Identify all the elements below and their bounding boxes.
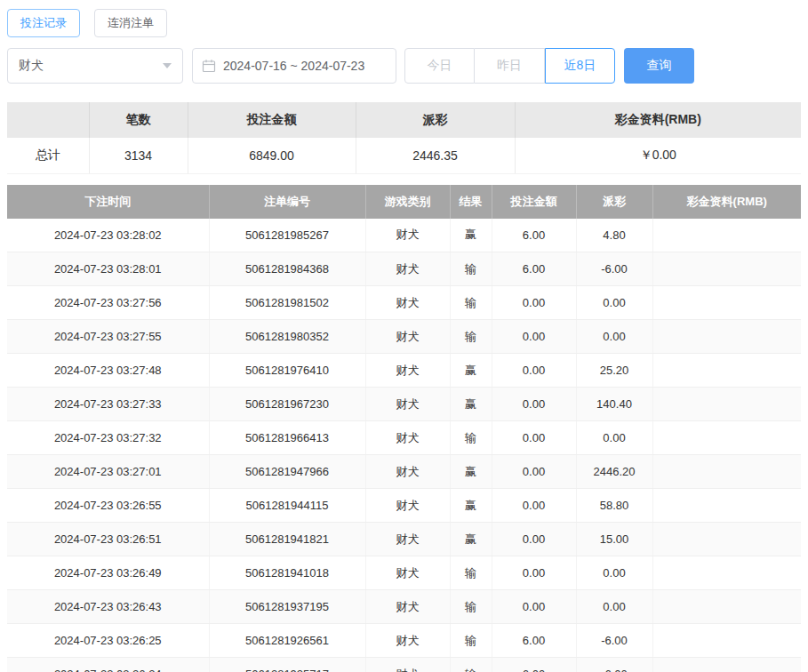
bonus-cell (652, 252, 801, 286)
payout-cell: 2446.20 (576, 455, 652, 489)
bet-time-cell: 2024-07-23 03:26:24 (7, 658, 209, 672)
table-row: 2024-07-23 03:27:33 5061281967230 财犬 赢 0… (7, 388, 801, 421)
bet-amount-link[interactable]: 6.00 (492, 219, 576, 252)
order-number-cell: 5061281925717 (209, 658, 365, 672)
game-type-cell: 财犬 (365, 252, 450, 286)
order-number-cell: 5061281985267 (209, 219, 365, 252)
game-select[interactable]: 财犬 (7, 48, 183, 84)
summary-header-count: 笔数 (89, 102, 188, 138)
bet-time-cell: 2024-07-23 03:28:02 (7, 219, 209, 252)
header-order-number: 注单编号 (209, 185, 365, 219)
game-type-cell: 财犬 (365, 286, 450, 320)
summary-table: 笔数 投注金额 派彩 彩金资料(RMB) 总计 3134 6849.00 244… (7, 102, 801, 174)
game-type-cell: 财犬 (365, 455, 450, 489)
tab-cancelled-orders[interactable]: 连消注单 (94, 9, 167, 37)
table-row: 2024-07-23 03:26:25 5061281926561 财犬 输 6… (7, 624, 801, 658)
bet-time-cell: 2024-07-23 03:27:55 (7, 320, 209, 354)
result-cell: 赢 (450, 388, 492, 421)
payout-cell: 4.80 (576, 219, 652, 252)
bet-amount-link[interactable]: 0.00 (492, 421, 576, 455)
bonus-cell (652, 320, 801, 354)
result-cell: 输 (450, 590, 492, 624)
date-range-picker[interactable]: 2024-07-16 ~ 2024-07-23 (192, 48, 396, 84)
calendar-icon (202, 59, 216, 73)
bet-amount-link[interactable]: 6.00 (492, 658, 576, 672)
bet-time-cell: 2024-07-23 03:26:25 (7, 624, 209, 658)
summary-total-count: 3134 (89, 138, 188, 173)
order-number-cell: 5061281966413 (209, 421, 365, 455)
bet-amount-link[interactable]: 6.00 (492, 252, 576, 286)
summary-header-payout: 派彩 (356, 102, 515, 138)
payout-cell: 0.00 (576, 320, 652, 354)
bet-time-cell: 2024-07-23 03:26:51 (7, 523, 209, 556)
bonus-cell (652, 556, 801, 590)
bonus-cell (652, 388, 801, 421)
game-type-cell: 财犬 (365, 590, 450, 624)
table-row: 2024-07-23 03:27:56 5061281981502 财犬 输 0… (7, 286, 801, 320)
summary-total-label: 总计 (7, 138, 89, 173)
table-row: 2024-07-23 03:28:01 5061281984368 财犬 输 6… (7, 252, 801, 286)
tab-betting-records[interactable]: 投注记录 (7, 9, 80, 37)
bonus-cell (652, 624, 801, 658)
bet-amount-link[interactable]: 0.00 (492, 320, 576, 354)
bonus-cell (652, 590, 801, 624)
chevron-down-icon (163, 63, 172, 68)
today-button[interactable]: 今日 (404, 48, 475, 84)
order-number-cell: 5061281981502 (209, 286, 365, 320)
payout-cell: 0.00 (576, 590, 652, 624)
table-row: 2024-07-23 03:26:49 5061281941018 财犬 输 0… (7, 556, 801, 590)
table-row: 2024-07-23 03:26:43 5061281937195 财犬 输 0… (7, 590, 801, 624)
bet-amount-link[interactable]: 0.00 (492, 455, 576, 489)
payout-cell: -6.00 (576, 252, 652, 286)
bet-amount-link[interactable]: 0.00 (492, 388, 576, 421)
bonus-cell (652, 658, 801, 672)
bet-amount-link[interactable]: 0.00 (492, 590, 576, 624)
summary-header-bet: 投注金额 (188, 102, 356, 138)
last-8-days-button[interactable]: 近8日 (545, 48, 615, 84)
top-tabs: 投注记录 连消注单 (7, 9, 801, 37)
bet-time-cell: 2024-07-23 03:26:55 (7, 489, 209, 523)
bet-amount-link[interactable]: 0.00 (492, 556, 576, 590)
payout-cell: 15.00 (576, 523, 652, 556)
bonus-cell (652, 455, 801, 489)
result-cell: 输 (450, 320, 492, 354)
bet-amount-link[interactable]: 6.00 (492, 624, 576, 658)
records-table: 下注时间 注单编号 游戏类别 结果 投注金額 派彩 彩金资料(RMB) 2024… (7, 185, 801, 672)
payout-cell: 0.00 (576, 421, 652, 455)
payout-cell: 58.80 (576, 489, 652, 523)
summary-total-payout: 2446.35 (356, 138, 515, 173)
bet-amount-link[interactable]: 0.00 (492, 354, 576, 388)
bet-time-cell: 2024-07-23 03:28:01 (7, 252, 209, 286)
summary-total-row: 总计 3134 6849.00 2446.35 ￥0.00 (7, 138, 801, 173)
bonus-cell (652, 219, 801, 252)
filter-bar: 财犬 2024-07-16 ~ 2024-07-23 今日 昨日 近8日 查询 (7, 48, 801, 84)
bonus-cell (652, 286, 801, 320)
table-row: 2024-07-23 03:26:55 5061281944115 财犬 赢 0… (7, 489, 801, 523)
query-button[interactable]: 查询 (624, 48, 694, 84)
order-number-cell: 5061281967230 (209, 388, 365, 421)
bet-time-cell: 2024-07-23 03:27:01 (7, 455, 209, 489)
game-type-cell: 财犬 (365, 421, 450, 455)
order-number-cell: 5061281944115 (209, 489, 365, 523)
summary-total-bet: 6849.00 (188, 138, 356, 173)
bet-time-cell: 2024-07-23 03:27:32 (7, 421, 209, 455)
header-payout: 派彩 (576, 185, 652, 219)
game-type-cell: 财犬 (365, 523, 450, 556)
result-cell: 赢 (450, 455, 492, 489)
summary-total-bonus: ￥0.00 (515, 138, 801, 173)
table-row: 2024-07-23 03:27:55 5061281980352 财犬 输 0… (7, 320, 801, 354)
summary-header-bonus: 彩金资料(RMB) (515, 102, 801, 138)
bet-time-cell: 2024-07-23 03:26:43 (7, 590, 209, 624)
payout-cell: 0.00 (576, 286, 652, 320)
header-bet-time: 下注时间 (7, 185, 209, 219)
payout-cell: -6.00 (576, 658, 652, 672)
bet-amount-link[interactable]: 0.00 (492, 489, 576, 523)
order-number-cell: 5061281947966 (209, 455, 365, 489)
payout-cell: 0.00 (576, 556, 652, 590)
quick-date-button-group: 今日 昨日 近8日 (404, 48, 615, 84)
bet-amount-link[interactable]: 0.00 (492, 286, 576, 320)
yesterday-button[interactable]: 昨日 (475, 48, 545, 84)
game-type-cell: 财犬 (365, 624, 450, 658)
bet-amount-link[interactable]: 0.00 (492, 523, 576, 556)
bet-time-cell: 2024-07-23 03:27:48 (7, 354, 209, 388)
